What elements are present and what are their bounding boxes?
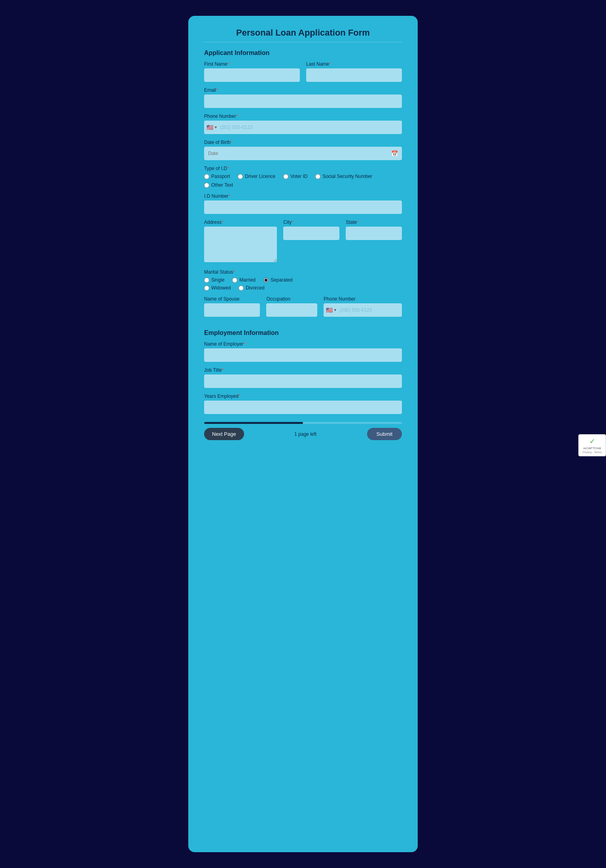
id-type-other-radio[interactable] (204, 183, 209, 188)
form-title: Personal Loan Application Form (204, 28, 402, 42)
id-type-label: Type of I.D* (204, 166, 402, 171)
next-page-button[interactable]: Next Page (204, 428, 244, 440)
marital-married[interactable]: Married (232, 277, 256, 283)
marital-status-label: Marital Status* (204, 269, 402, 275)
recaptcha-privacy: Privacy - Terms (583, 451, 602, 454)
recaptcha-label: reCAPTCHA (583, 446, 601, 450)
marital-single-radio[interactable] (204, 278, 209, 283)
employment-section-title: Employment Information (204, 329, 402, 337)
marital-row-2: Widowed Divorced (204, 285, 402, 291)
form-footer: Next Page 1 page left Submit (204, 428, 402, 440)
id-type-driver-radio[interactable] (238, 174, 243, 179)
marital-divorced-radio[interactable] (239, 286, 244, 291)
phone-input[interactable] (220, 125, 402, 130)
loan-application-form: Personal Loan Application Form Applicant… (188, 16, 418, 852)
id-type-ssn-radio[interactable] (315, 174, 320, 179)
spouse-name-input[interactable] (204, 303, 260, 317)
marital-separated-radio[interactable] (263, 278, 269, 283)
employer-input[interactable] (204, 348, 402, 362)
marital-divorced[interactable]: Divorced (239, 285, 264, 291)
address-label: Address* (204, 219, 277, 225)
city-input[interactable] (283, 227, 339, 240)
recaptcha-widget: ✓ reCAPTCHA Privacy - Terms (578, 434, 606, 456)
dob-wrapper: 📅 (204, 147, 402, 160)
us-flag-icon: 🇺🇸 (206, 124, 213, 130)
phone-wrapper: 🇺🇸 ▼ (204, 121, 402, 134)
email-input[interactable] (204, 95, 402, 108)
phone-label: Phone Number* (204, 113, 402, 119)
id-type-radio-group: Passport Driver Licence Voter ID Social … (204, 174, 402, 188)
marital-widowed[interactable]: Widowed (204, 285, 231, 291)
spouse-phone-dropdown-icon: ▼ (333, 308, 337, 312)
id-type-other[interactable]: Other Text (204, 182, 233, 188)
spouse-phone-label: Phone Number (324, 296, 402, 302)
employer-label: Name of Employer* (204, 341, 402, 347)
years-employed-input[interactable] (204, 401, 402, 414)
id-type-voter-radio[interactable] (283, 174, 288, 179)
phone-dropdown-arrow-icon: ▼ (214, 125, 218, 129)
first-name-input[interactable] (204, 68, 300, 82)
id-type-driver[interactable]: Driver Licence (238, 174, 275, 179)
last-name-label: Last Name* (306, 61, 402, 67)
id-type-ssn[interactable]: Social Security Number (315, 174, 372, 179)
city-label: City* (283, 219, 339, 225)
state-label: State* (346, 219, 402, 225)
dob-input[interactable] (204, 147, 402, 160)
submit-button[interactable]: Submit (367, 428, 402, 440)
progress-bar-container (204, 422, 402, 424)
progress-bar-fill (204, 422, 303, 424)
marital-single[interactable]: Single (204, 277, 224, 283)
email-label: Email* (204, 87, 402, 93)
id-type-voter[interactable]: Voter ID (283, 174, 307, 179)
page-info: 1 page left (244, 431, 367, 437)
marital-widowed-radio[interactable] (204, 286, 209, 291)
occupation-label: Occupation (266, 296, 317, 302)
occupation-input[interactable] (266, 303, 317, 317)
applicant-section-title: Applicant Information (204, 49, 402, 57)
first-name-label: First Name* (204, 61, 300, 67)
marital-row-1: Single Married Separated (204, 277, 402, 283)
marital-separated[interactable]: Separated (263, 277, 292, 283)
spouse-phone-flag[interactable]: 🇺🇸 ▼ (324, 307, 339, 313)
state-input[interactable] (346, 227, 402, 240)
phone-flag[interactable]: 🇺🇸 ▼ (204, 124, 220, 130)
last-name-input[interactable] (306, 68, 402, 82)
dob-label: Date of Birth* (204, 140, 402, 145)
recaptcha-check-icon: ✓ (589, 437, 595, 446)
spouse-phone-wrapper: 🇺🇸 ▼ (324, 303, 402, 317)
spouse-phone-input[interactable] (339, 307, 402, 313)
id-type-passport-radio[interactable] (204, 174, 209, 179)
id-number-input[interactable] (204, 200, 402, 214)
job-title-input[interactable] (204, 374, 402, 388)
marital-married-radio[interactable] (232, 278, 237, 283)
id-number-label: I.D Number* (204, 193, 402, 199)
id-type-passport[interactable]: Passport (204, 174, 230, 179)
years-employed-label: Years Employed* (204, 393, 402, 399)
spouse-name-label: Name of Spouse (204, 296, 260, 302)
us-flag-icon-2: 🇺🇸 (326, 307, 333, 313)
job-title-label: Job Title* (204, 367, 402, 373)
address-input[interactable] (204, 227, 277, 262)
